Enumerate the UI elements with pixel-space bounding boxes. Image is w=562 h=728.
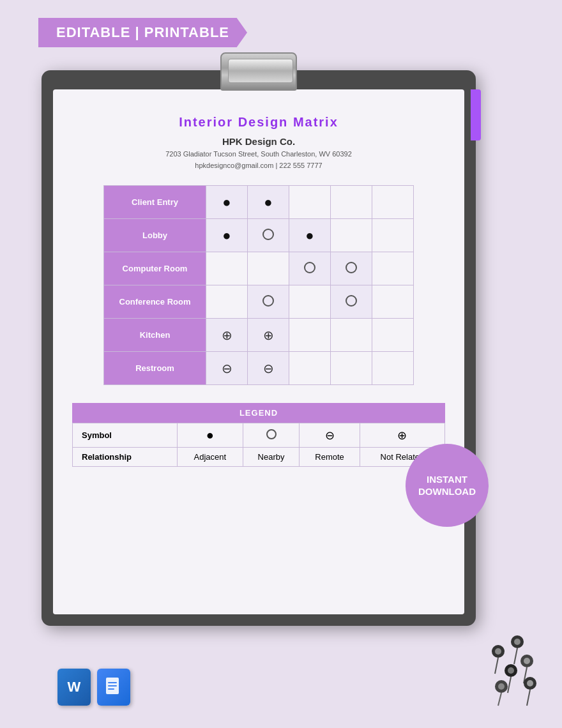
row-label-restroom: Restroom <box>104 352 206 385</box>
table-row: Client Entry ● ● <box>104 186 414 219</box>
app-icons: W <box>57 669 130 706</box>
cell <box>372 186 414 219</box>
table-row: Restroom ⊖ ⊖ <box>104 352 414 385</box>
svg-point-11 <box>524 658 530 664</box>
row-label-kitchen: Kitchen <box>104 319 206 352</box>
legend-sym-nearby <box>243 423 299 448</box>
pins-decoration <box>428 626 543 709</box>
cell: ⊖ <box>206 352 248 385</box>
cell <box>372 252 414 285</box>
company-name: HPK Design Co. <box>72 136 445 147</box>
svg-line-21 <box>498 693 501 706</box>
cell <box>289 352 331 385</box>
clipboard: Interior Design Matrix HPK Design Co. 72… <box>42 70 476 626</box>
legend-rel-adjacent: Adjacent <box>177 448 243 467</box>
cell: ⊕ <box>206 319 248 352</box>
legend-rel-nearby: Nearby <box>243 448 299 467</box>
cell <box>331 285 372 319</box>
cell: ● <box>289 219 331 252</box>
legend-symbol-label: Symbol <box>73 423 178 448</box>
row-label-conference-room: Conference Room <box>104 285 206 319</box>
row-label-client-entry: Client Entry <box>104 186 206 219</box>
paper: Interior Design Matrix HPK Design Co. 72… <box>53 89 464 614</box>
cell <box>289 285 331 319</box>
word-icon[interactable]: W <box>57 669 91 706</box>
legend-section: LEGEND Symbol ● ⊖ ⊕ Relationship Adjacen… <box>72 403 445 467</box>
cell <box>331 219 372 252</box>
instant-download-badge[interactable]: INSTANTDOWNLOAD <box>406 444 489 527</box>
cell <box>331 252 372 285</box>
cell <box>289 319 331 352</box>
svg-line-9 <box>514 648 517 664</box>
cell <box>206 252 248 285</box>
row-label-lobby: Lobby <box>104 219 206 252</box>
svg-point-20 <box>498 683 505 690</box>
legend-sym-not-related: ⊕ <box>360 423 444 448</box>
cell <box>248 219 289 252</box>
cell: ⊖ <box>248 352 289 385</box>
cell <box>331 319 372 352</box>
purple-tab <box>471 89 481 140</box>
company-address: 7203 Gladiator Tucson Street, South Char… <box>72 149 445 171</box>
clipboard-clip <box>220 52 297 91</box>
table-row: Conference Room <box>104 285 414 319</box>
svg-rect-3 <box>108 688 114 690</box>
legend-symbols-row: Symbol ● ⊖ ⊕ <box>73 423 445 448</box>
cell <box>372 219 414 252</box>
legend-relationships-row: Relationship Adjacent Nearby Remote Not … <box>73 448 445 467</box>
cell <box>206 285 248 319</box>
legend-rel-remote: Remote <box>300 448 360 467</box>
legend-table: Symbol ● ⊖ ⊕ Relationship Adjacent Nearb… <box>72 423 445 467</box>
cell: ● <box>248 186 289 219</box>
svg-point-5 <box>495 648 501 655</box>
legend-sym-adjacent: ● <box>177 423 243 448</box>
row-label-computer-room: Computer Room <box>104 252 206 285</box>
matrix-wrapper: Client Entry ● ● Lobby ● ● <box>72 185 445 385</box>
cell <box>372 285 414 319</box>
svg-line-18 <box>527 690 530 706</box>
cell: ⊕ <box>248 319 289 352</box>
svg-point-14 <box>508 667 514 674</box>
cell: ● <box>206 186 248 219</box>
svg-line-6 <box>495 658 498 674</box>
document-title: Interior Design Matrix <box>72 115 445 130</box>
cell <box>248 252 289 285</box>
legend-title: LEGEND <box>72 403 445 423</box>
docs-icon[interactable] <box>97 669 130 706</box>
cell: ● <box>206 219 248 252</box>
cell <box>331 352 372 385</box>
table-row: Computer Room <box>104 252 414 285</box>
cell <box>289 186 331 219</box>
svg-point-8 <box>514 639 520 645</box>
svg-rect-2 <box>108 685 117 686</box>
table-row: Lobby ● ● <box>104 219 414 252</box>
svg-line-15 <box>508 677 511 693</box>
cell <box>248 285 289 319</box>
legend-sym-remote: ⊖ <box>300 423 360 448</box>
cell <box>372 319 414 352</box>
matrix-table: Client Entry ● ● Lobby ● ● <box>103 185 414 385</box>
table-row: Kitchen ⊕ ⊕ <box>104 319 414 352</box>
svg-rect-1 <box>108 682 117 683</box>
cell <box>331 186 372 219</box>
cell <box>372 352 414 385</box>
svg-point-17 <box>527 680 533 686</box>
legend-relationship-label: Relationship <box>73 448 178 467</box>
editable-printable-banner: EDITABLE | PRINTABLE <box>38 18 247 47</box>
cell <box>289 252 331 285</box>
